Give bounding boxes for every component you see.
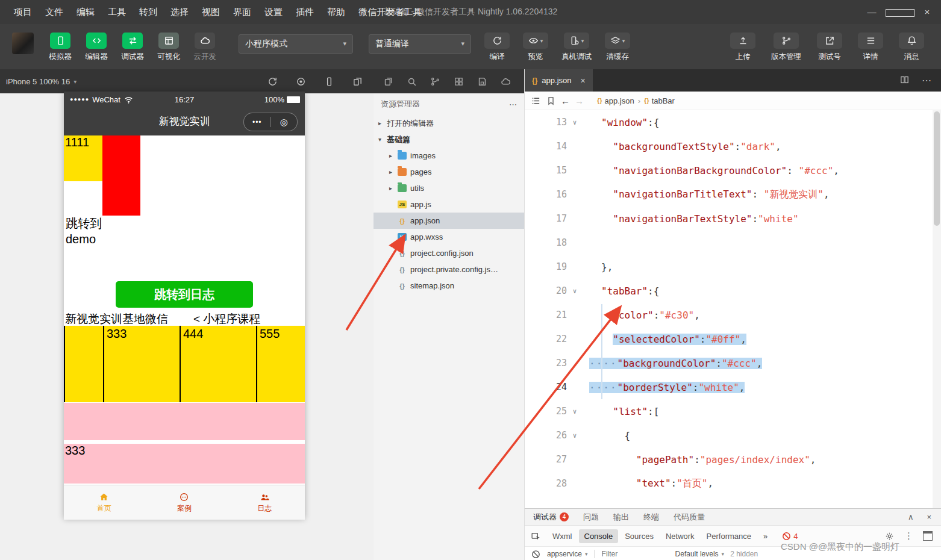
gear-icon[interactable] bbox=[884, 531, 895, 541]
multi-window-icon[interactable] bbox=[352, 76, 363, 87]
jump-log-button[interactable]: 跳转到日志 bbox=[116, 281, 253, 308]
code-line-24[interactable]: 24····"borderStyle":"white", bbox=[525, 375, 933, 399]
files-icon[interactable] bbox=[383, 76, 393, 87]
bookmark-icon[interactable] bbox=[546, 96, 556, 106]
console-tab-Wxml[interactable]: Wxml bbox=[547, 529, 578, 543]
scrollbar-thumb[interactable] bbox=[934, 111, 940, 226]
git-icon[interactable] bbox=[430, 76, 440, 87]
code-line-15[interactable]: 15 "navigationBarBackgroundColor": "#ccc… bbox=[525, 158, 933, 182]
outline-icon[interactable] bbox=[531, 96, 541, 106]
menu-item-项目[interactable]: 项目 bbox=[7, 0, 39, 24]
toolbar-button-云开发[interactable]: 云开发 bbox=[187, 33, 223, 62]
toolbar-button-上传[interactable]: 上传 bbox=[730, 33, 755, 62]
menu-item-帮助[interactable]: 帮助 bbox=[320, 0, 352, 24]
action-button-预览[interactable]: ▾预览 bbox=[523, 33, 548, 62]
tree-item-基础篇[interactable]: ▾基础篇 bbox=[374, 131, 524, 148]
minimize-button[interactable]: — bbox=[858, 0, 886, 24]
dock-side-icon[interactable] bbox=[923, 531, 933, 541]
record-icon[interactable] bbox=[296, 76, 306, 87]
toolbar-button-版本管理[interactable]: 版本管理 bbox=[771, 33, 801, 62]
menu-item-界面[interactable]: 界面 bbox=[227, 0, 258, 24]
more-icon[interactable]: ⋯ bbox=[509, 100, 517, 109]
cloud-sync-icon[interactable] bbox=[501, 76, 511, 87]
rotate-device-icon[interactable] bbox=[324, 76, 334, 87]
tree-item-app.wxss[interactable]: Wapp.wxss bbox=[374, 229, 524, 245]
context-select[interactable]: appservice▾ bbox=[547, 550, 588, 558]
fold-icon[interactable]: ∨ bbox=[567, 432, 583, 440]
forward-icon[interactable]: → bbox=[575, 96, 584, 106]
device-select[interactable]: iPhone 5 100% 16 ▾ bbox=[0, 77, 77, 86]
close-button[interactable]: × bbox=[913, 0, 941, 24]
code-line-16[interactable]: 16 "navigationBarTitleText": "新视觉实训", bbox=[525, 182, 933, 207]
collapse-panel-icon[interactable]: ∧ bbox=[908, 512, 914, 521]
code-line-25[interactable]: 25∨ "list":[ bbox=[525, 399, 933, 423]
menu-item-设置[interactable]: 设置 bbox=[258, 0, 289, 24]
code-line-26[interactable]: 26∨ { bbox=[525, 423, 933, 447]
toolbar-button-可视化[interactable]: 可视化 bbox=[151, 33, 187, 62]
search-icon[interactable] bbox=[407, 76, 417, 87]
exit-icon[interactable]: ◎ bbox=[271, 117, 298, 128]
inspect-icon[interactable] bbox=[531, 531, 541, 541]
split-editor-icon[interactable] bbox=[899, 75, 910, 86]
tree-item-pages[interactable]: ▸pages bbox=[374, 164, 524, 180]
debugger-tab-输出[interactable]: 输出 bbox=[613, 512, 629, 523]
phone-tab-日志[interactable]: 日志 bbox=[225, 485, 305, 520]
close-tab-icon[interactable]: × bbox=[581, 76, 586, 86]
code-line-19[interactable]: 19}, bbox=[525, 255, 933, 279]
code-line-18[interactable]: 18 bbox=[525, 231, 933, 255]
menu-item-编辑[interactable]: 编辑 bbox=[70, 0, 101, 24]
debugger-tab-终端[interactable]: 终端 bbox=[643, 512, 659, 523]
error-badge[interactable]: 4 bbox=[781, 531, 798, 541]
capsule-menu[interactable]: ••• ◎ bbox=[243, 113, 298, 131]
code-line-21[interactable]: 21 "color":"#c30", bbox=[525, 303, 933, 327]
action-button-编译[interactable]: 编译 bbox=[484, 33, 510, 62]
close-panel-icon[interactable]: × bbox=[927, 512, 931, 521]
toolbar-button-详情[interactable]: 详情 bbox=[858, 33, 883, 62]
jump-text[interactable]: 跳转到 demo bbox=[64, 216, 305, 248]
toolbar-button-测试号[interactable]: 测试号 bbox=[817, 33, 842, 62]
tree-item-app.js[interactable]: JSapp.js bbox=[374, 196, 524, 213]
more-icon[interactable]: ••• bbox=[244, 118, 270, 126]
back-icon[interactable]: ← bbox=[561, 96, 570, 106]
console-tab-»[interactable]: » bbox=[758, 529, 773, 543]
compile-mode-select[interactable]: 普通编译 ▾ bbox=[369, 34, 471, 54]
more-actions-icon[interactable]: ⋯ bbox=[922, 75, 931, 86]
console-tab-Console[interactable]: Console bbox=[579, 529, 619, 543]
debugger-tab-调试器[interactable]: 调试器4 bbox=[533, 512, 569, 523]
fold-icon[interactable]: ∨ bbox=[567, 408, 583, 415]
code-line-23[interactable]: 23····"backgroundColor":"#ccc", bbox=[525, 351, 933, 375]
menu-item-转到[interactable]: 转到 bbox=[133, 0, 164, 24]
code-line-17[interactable]: 17 "navigationBarTextStyle":"white" bbox=[525, 207, 933, 231]
code-line-20[interactable]: 20∨"tabBar":{ bbox=[525, 279, 933, 303]
tab-app-json[interactable]: {} app.json × bbox=[525, 69, 593, 92]
tree-item-utils[interactable]: ▸utils bbox=[374, 180, 524, 196]
code-line-28[interactable]: 28 "text":"首页", bbox=[525, 471, 933, 496]
menu-item-工具[interactable]: 工具 bbox=[101, 0, 133, 24]
toolbar-button-模拟器[interactable]: 模拟器 bbox=[42, 33, 78, 62]
avatar[interactable] bbox=[12, 33, 34, 54]
code-line-14[interactable]: 14 "backgroundTextStyle":"dark", bbox=[525, 134, 933, 158]
menu-item-选择[interactable]: 选择 bbox=[164, 0, 195, 24]
tree-item-app.json[interactable]: {}app.json bbox=[374, 213, 524, 229]
menu-item-文件[interactable]: 文件 bbox=[39, 0, 70, 24]
code-editor[interactable]: 13∨"window":{14 "backgroundTextStyle":"d… bbox=[525, 110, 941, 508]
course-link[interactable]: < 小程序课程 bbox=[193, 311, 260, 325]
breadcrumb-item-app.json[interactable]: {}app.json bbox=[597, 96, 634, 105]
refresh-icon[interactable] bbox=[267, 76, 278, 87]
toolbar-button-编辑器[interactable]: 编辑器 bbox=[78, 33, 114, 62]
tree-item-images[interactable]: ▸images bbox=[374, 148, 524, 164]
action-button-真机调试[interactable]: ▾真机调试 bbox=[561, 33, 592, 62]
fold-icon[interactable]: ∨ bbox=[567, 287, 583, 295]
tree-item-project.config.json[interactable]: {}project.config.json bbox=[374, 245, 524, 261]
breadcrumb-item-tabBar[interactable]: {}tabBar bbox=[644, 96, 675, 105]
extensions-icon[interactable] bbox=[454, 76, 464, 87]
toolbar-button-调试器[interactable]: 调试器 bbox=[114, 33, 151, 62]
action-button-清缓存[interactable]: ▾清缓存 bbox=[605, 33, 630, 62]
mode-select[interactable]: 小程序模式 ▾ bbox=[239, 34, 353, 54]
filter-input[interactable] bbox=[601, 549, 669, 559]
debugger-tab-代码质量[interactable]: 代码质量 bbox=[674, 512, 705, 523]
clear-console-icon[interactable] bbox=[531, 549, 541, 559]
menu-item-视图[interactable]: 视图 bbox=[195, 0, 227, 24]
save-icon[interactable] bbox=[477, 76, 487, 87]
tree-item-sitemap.json[interactable]: {}sitemap.json bbox=[374, 278, 524, 294]
